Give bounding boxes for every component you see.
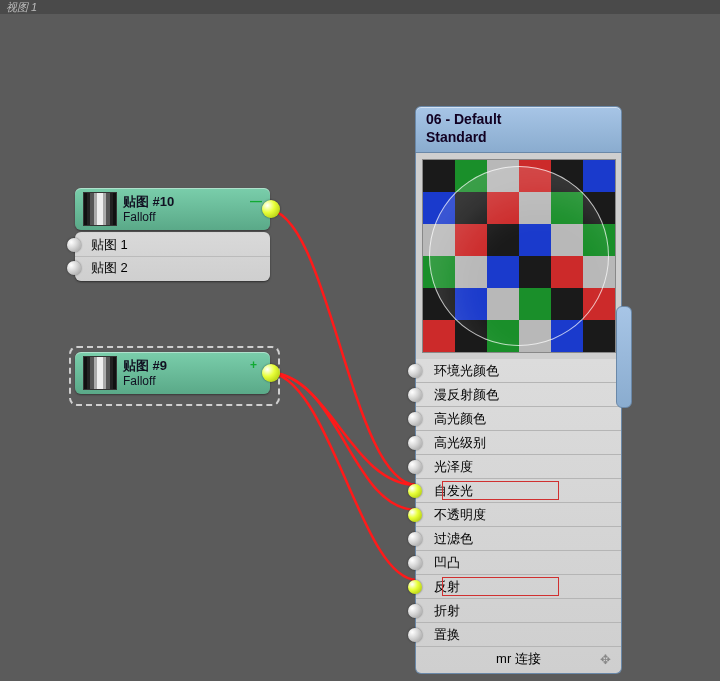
slot-label: 折射 (434, 602, 460, 620)
material-slot[interactable]: 反射 (416, 574, 621, 598)
node-header[interactable]: 贴图 #10 Falloff — (75, 188, 270, 230)
viewport-title: 视图 1 (6, 1, 37, 13)
input-port[interactable] (67, 238, 81, 252)
input-port[interactable] (408, 580, 422, 594)
input-port[interactable] (408, 364, 422, 378)
output-port[interactable] (262, 364, 280, 382)
material-slot[interactable]: 漫反射颜色 (416, 382, 621, 406)
material-slot[interactable]: 不透明度 (416, 502, 621, 526)
collapse-toggle[interactable]: + (250, 358, 262, 366)
slot-label: 贴图 1 (91, 236, 128, 254)
viewport-titlebar: 视图 1 (0, 0, 720, 14)
slot-label: 高光颜色 (434, 410, 486, 428)
node-header[interactable]: 贴图 #9 Falloff + (75, 352, 270, 394)
node-material-default[interactable]: 06 - Default Standard 环境光颜色漫反射颜色高光颜色高光级别… (415, 106, 622, 674)
input-port[interactable] (408, 604, 422, 618)
material-slot[interactable]: 折射 (416, 598, 621, 622)
slot-label: 环境光颜色 (434, 362, 499, 380)
node-title: 贴图 #10 (123, 194, 174, 210)
slot-label: 光泽度 (434, 458, 473, 476)
output-port[interactable] (262, 200, 280, 218)
material-slot[interactable]: 凹凸 (416, 550, 621, 574)
input-port[interactable] (408, 628, 422, 642)
material-slot[interactable]: 置换 (416, 622, 621, 646)
material-slot[interactable]: 高光颜色 (416, 406, 621, 430)
input-port[interactable] (67, 261, 81, 275)
input-port[interactable] (408, 460, 422, 474)
material-preview[interactable] (422, 159, 616, 353)
slot-label: 漫反射颜色 (434, 386, 499, 404)
slot-label: 反射 (434, 578, 460, 596)
slot-label: 高光级别 (434, 434, 486, 452)
input-port[interactable] (408, 556, 422, 570)
slot-label: 凹凸 (434, 554, 460, 572)
slot-label: 自发光 (434, 482, 473, 500)
footer-label: mr 连接 (496, 650, 541, 668)
input-port[interactable] (408, 484, 422, 498)
input-port[interactable] (408, 436, 422, 450)
node-thumbnail (83, 192, 117, 226)
slot-label: 过滤色 (434, 530, 473, 548)
material-header[interactable]: 06 - Default Standard (415, 106, 622, 153)
node-input-list: 贴图 1贴图 2 (75, 232, 270, 281)
node-editor-canvas[interactable]: 视图 1 贴图 #10 Falloff — 贴图 1贴图 2 贴图 #9 (0, 0, 720, 681)
node-input-slot[interactable]: 贴图 2 (75, 256, 270, 279)
material-slot[interactable]: 过滤色 (416, 526, 621, 550)
node-input-slot[interactable]: 贴图 1 (75, 234, 270, 256)
node-type: Falloff (123, 374, 167, 388)
node-title: 贴图 #9 (123, 358, 167, 374)
input-port[interactable] (408, 508, 422, 522)
node-thumbnail (83, 356, 117, 390)
side-drag-handle[interactable] (616, 306, 632, 408)
slot-label: 贴图 2 (91, 259, 128, 277)
input-port[interactable] (408, 388, 422, 402)
material-title: 06 - Default (426, 111, 611, 129)
slot-label: 置换 (434, 626, 460, 644)
material-slot[interactable]: 自发光 (416, 478, 621, 502)
node-map-9[interactable]: 贴图 #9 Falloff + (75, 352, 270, 394)
node-selection-outline: 贴图 #9 Falloff + (69, 346, 280, 406)
node-type: Falloff (123, 210, 174, 224)
material-footer[interactable]: mr 连接 ✥ (416, 646, 621, 671)
input-port[interactable] (408, 532, 422, 546)
material-slot-list: 环境光颜色漫反射颜色高光颜色高光级别光泽度自发光不透明度过滤色凹凸反射折射置换 … (415, 359, 622, 674)
slot-label: 不透明度 (434, 506, 486, 524)
material-slot[interactable]: 环境光颜色 (416, 359, 621, 382)
material-slot[interactable]: 光泽度 (416, 454, 621, 478)
material-preview-frame (415, 153, 622, 359)
expand-icon[interactable]: ✥ (600, 652, 611, 667)
node-map-10[interactable]: 贴图 #10 Falloff — 贴图 1贴图 2 (75, 188, 270, 281)
material-slot[interactable]: 高光级别 (416, 430, 621, 454)
checker-pattern (423, 160, 615, 352)
material-type: Standard (426, 129, 611, 147)
input-port[interactable] (408, 412, 422, 426)
collapse-toggle[interactable]: — (250, 194, 262, 202)
